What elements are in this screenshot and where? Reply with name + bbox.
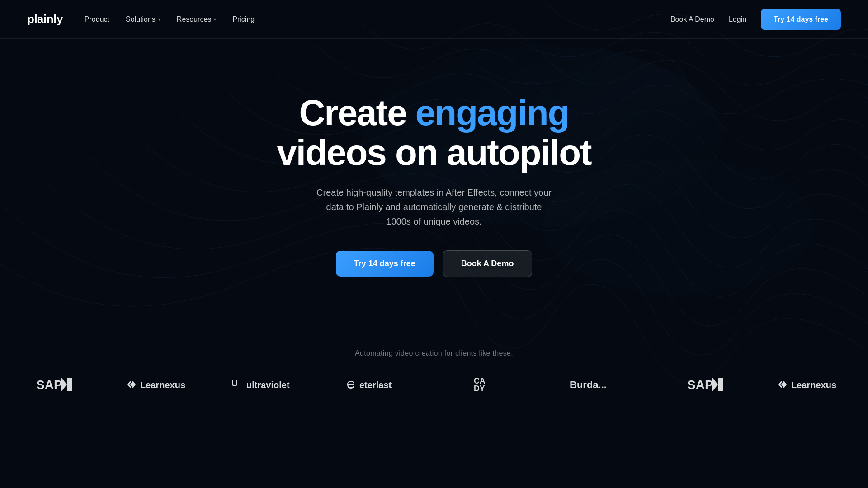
hero-title: Create engaging videos on autopilot: [277, 93, 591, 173]
try-free-nav-button[interactable]: Try 14 days free: [761, 9, 841, 30]
svg-text:SAP: SAP: [36, 378, 62, 392]
book-demo-nav-link[interactable]: Book A Demo: [670, 15, 714, 23]
clients-logos: SAP Learnexus ultraviolet eterlast: [0, 375, 868, 394]
svg-text:Learnexus: Learnexus: [791, 380, 836, 390]
book-demo-hero-button[interactable]: Book A Demo: [443, 250, 533, 277]
hero-buttons: Try 14 days free Book A Demo: [336, 250, 533, 277]
nav-link-pricing[interactable]: Pricing: [232, 15, 255, 23]
client-logo-burda: Burda...: [542, 375, 651, 394]
nav-right: Book A Demo Login Try 14 days free: [670, 9, 841, 30]
logo[interactable]: plainly: [27, 12, 63, 26]
client-logo-sap2: SAP: [651, 375, 760, 394]
svg-marker-3: [67, 378, 72, 391]
chevron-down-icon: ▾: [214, 17, 216, 22]
svg-marker-4: [61, 378, 67, 391]
nav-links: Product Solutions ▾ Resources ▾ Pricing: [85, 15, 255, 23]
client-logo-eterlast: eterlast: [326, 375, 434, 394]
svg-text:eterlast: eterlast: [359, 380, 392, 390]
try-free-hero-button[interactable]: Try 14 days free: [336, 251, 434, 277]
client-logo-learnexus2: Learnexus: [760, 375, 868, 394]
svg-marker-13: [712, 378, 718, 391]
svg-text:DY: DY: [474, 384, 485, 393]
navbar: plainly Product Solutions ▾ Resources ▾ …: [0, 0, 868, 39]
svg-text:Learnexus: Learnexus: [140, 380, 185, 390]
login-nav-link[interactable]: Login: [729, 15, 746, 23]
hero-subtitle: Create high-quality templates in After E…: [316, 185, 552, 229]
clients-label: Automating video creation for clients li…: [0, 349, 868, 357]
hero-title-line2: videos on autopilot: [277, 132, 591, 173]
chevron-down-icon: ▾: [158, 17, 160, 22]
clients-section: Automating video creation for clients li…: [0, 349, 868, 412]
nav-left: plainly Product Solutions ▾ Resources ▾ …: [27, 12, 255, 26]
nav-link-product[interactable]: Product: [85, 15, 109, 23]
svg-marker-12: [718, 378, 723, 391]
hero-section: Create engaging videos on autopilot Crea…: [0, 39, 868, 304]
client-logo-cady: CA DY: [434, 375, 542, 394]
client-logo-ultraviolet: ultraviolet: [217, 375, 326, 394]
client-logo-sap: SAP: [0, 375, 108, 394]
svg-text:Burda...: Burda...: [570, 379, 607, 390]
hero-title-highlight: engaging: [415, 93, 569, 133]
hero-title-plain: Create: [299, 93, 415, 133]
svg-text:ultraviolet: ultraviolet: [246, 380, 290, 390]
nav-link-resources[interactable]: Resources ▾: [177, 15, 216, 23]
svg-text:SAP: SAP: [687, 378, 713, 392]
client-logo-learnexus: Learnexus: [108, 375, 217, 394]
nav-link-solutions[interactable]: Solutions ▾: [126, 15, 160, 23]
